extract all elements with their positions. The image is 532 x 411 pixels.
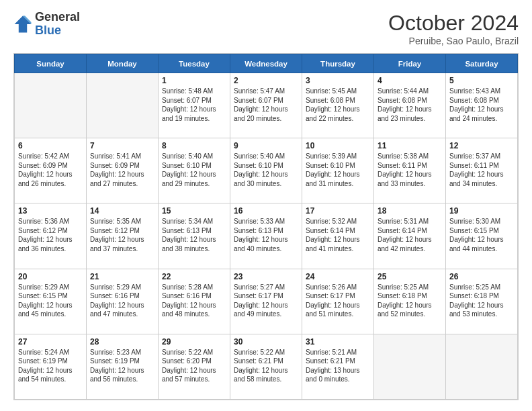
cal-cell: 13Sunrise: 5:36 AMSunset: 6:12 PMDayligh… [15, 203, 87, 269]
date-number: 9 [234, 141, 298, 150]
date-number: 24 [306, 272, 370, 281]
cell-info: Sunrise: 5:23 AMSunset: 6:19 PMDaylight:… [90, 348, 154, 384]
date-number: 20 [18, 272, 83, 281]
header: General Blue October 2024 Peruibe, Sao P… [13, 11, 519, 46]
cal-cell: 21Sunrise: 5:29 AMSunset: 6:16 PMDayligh… [87, 269, 159, 334]
month-title: October 2024 [388, 11, 519, 36]
cal-cell: 10Sunrise: 5:39 AMSunset: 6:10 PMDayligh… [302, 138, 374, 203]
date-number: 15 [162, 206, 226, 216]
week-row-1: 1Sunrise: 5:48 AMSunset: 6:07 PMDaylight… [15, 73, 518, 138]
cell-info: Sunrise: 5:26 AMSunset: 6:17 PMDaylight:… [306, 283, 370, 319]
cell-info: Sunrise: 5:45 AMSunset: 6:08 PMDaylight:… [306, 87, 370, 123]
date-number: 4 [378, 76, 442, 85]
cal-cell: 12Sunrise: 5:37 AMSunset: 6:11 PMDayligh… [446, 138, 518, 203]
title-block: October 2024 Peruibe, Sao Paulo, Brazil [388, 11, 519, 46]
cal-cell: 18Sunrise: 5:31 AMSunset: 6:14 PMDayligh… [374, 203, 446, 269]
cal-cell: 23Sunrise: 5:27 AMSunset: 6:17 PMDayligh… [230, 269, 302, 334]
cal-cell: 29Sunrise: 5:22 AMSunset: 6:20 PMDayligh… [159, 334, 230, 399]
cell-info: Sunrise: 5:41 AMSunset: 6:09 PMDaylight:… [90, 152, 154, 188]
cal-cell: 31Sunrise: 5:21 AMSunset: 6:21 PMDayligh… [302, 334, 374, 399]
cal-cell: 20Sunrise: 5:29 AMSunset: 6:15 PMDayligh… [15, 269, 87, 334]
day-header-wednesday: Wednesday [230, 54, 302, 73]
day-header-sunday: Sunday [15, 54, 87, 73]
cell-info: Sunrise: 5:27 AMSunset: 6:17 PMDaylight:… [234, 283, 298, 319]
cal-cell: 1Sunrise: 5:48 AMSunset: 6:07 PMDaylight… [159, 73, 230, 138]
cell-info: Sunrise: 5:40 AMSunset: 6:10 PMDaylight:… [234, 152, 298, 188]
cell-info: Sunrise: 5:24 AMSunset: 6:19 PMDaylight:… [18, 348, 83, 384]
page: General Blue October 2024 Peruibe, Sao P… [0, 0, 532, 411]
logo: General Blue [13, 11, 80, 38]
cell-info: Sunrise: 5:48 AMSunset: 6:07 PMDaylight:… [162, 87, 226, 123]
calendar-table: SundayMondayTuesdayWednesdayThursdayFrid… [14, 54, 518, 400]
cell-info: Sunrise: 5:29 AMSunset: 6:16 PMDaylight:… [90, 283, 154, 319]
cal-cell [87, 73, 159, 138]
day-header-thursday: Thursday [302, 54, 374, 73]
date-number: 23 [234, 272, 298, 281]
cal-cell: 28Sunrise: 5:23 AMSunset: 6:19 PMDayligh… [87, 334, 159, 399]
cal-cell: 8Sunrise: 5:40 AMSunset: 6:10 PMDaylight… [159, 138, 230, 203]
cell-info: Sunrise: 5:35 AMSunset: 6:12 PMDaylight:… [90, 217, 154, 253]
cal-cell: 24Sunrise: 5:26 AMSunset: 6:17 PMDayligh… [302, 269, 374, 334]
cell-info: Sunrise: 5:39 AMSunset: 6:10 PMDaylight:… [306, 152, 370, 188]
logo-text: General Blue [35, 11, 80, 38]
calendar-header: SundayMondayTuesdayWednesdayThursdayFrid… [15, 54, 518, 73]
cell-info: Sunrise: 5:37 AMSunset: 6:11 PMDaylight:… [449, 152, 514, 188]
logo-blue-text: Blue [35, 24, 61, 37]
cell-info: Sunrise: 5:25 AMSunset: 6:18 PMDaylight:… [378, 283, 442, 319]
cell-info: Sunrise: 5:33 AMSunset: 6:13 PMDaylight:… [234, 217, 298, 253]
week-row-5: 27Sunrise: 5:24 AMSunset: 6:19 PMDayligh… [15, 334, 518, 399]
date-number: 12 [449, 141, 514, 150]
day-header-monday: Monday [87, 54, 159, 73]
cal-cell: 4Sunrise: 5:44 AMSunset: 6:08 PMDaylight… [374, 73, 446, 138]
cal-cell: 14Sunrise: 5:35 AMSunset: 6:12 PMDayligh… [87, 203, 159, 269]
week-row-2: 6Sunrise: 5:42 AMSunset: 6:09 PMDaylight… [15, 138, 518, 203]
date-number: 11 [378, 141, 442, 150]
date-number: 3 [306, 76, 370, 85]
cal-cell: 5Sunrise: 5:43 AMSunset: 6:08 PMDaylight… [446, 73, 518, 138]
date-number: 16 [234, 206, 298, 216]
cal-cell: 26Sunrise: 5:25 AMSunset: 6:18 PMDayligh… [446, 269, 518, 334]
date-number: 26 [449, 272, 514, 281]
cell-info: Sunrise: 5:40 AMSunset: 6:10 PMDaylight:… [162, 152, 226, 188]
calendar-body: 1Sunrise: 5:48 AMSunset: 6:07 PMDaylight… [15, 73, 518, 400]
date-number: 25 [378, 272, 442, 281]
week-row-4: 20Sunrise: 5:29 AMSunset: 6:15 PMDayligh… [15, 269, 518, 334]
date-number: 7 [90, 141, 154, 150]
calendar: SundayMondayTuesdayWednesdayThursdayFrid… [13, 53, 519, 400]
logo-general-text: General [35, 10, 80, 24]
cell-info: Sunrise: 5:34 AMSunset: 6:13 PMDaylight:… [162, 217, 226, 253]
date-number: 30 [234, 337, 298, 347]
date-number: 10 [306, 141, 370, 150]
cal-cell: 15Sunrise: 5:34 AMSunset: 6:13 PMDayligh… [159, 203, 230, 269]
cal-cell: 2Sunrise: 5:47 AMSunset: 6:07 PMDaylight… [230, 73, 302, 138]
date-number: 8 [162, 141, 226, 150]
date-number: 14 [90, 206, 154, 216]
day-header-tuesday: Tuesday [159, 54, 230, 73]
cal-cell: 30Sunrise: 5:22 AMSunset: 6:21 PMDayligh… [230, 334, 302, 399]
date-number: 6 [18, 141, 83, 150]
location-subtitle: Peruibe, Sao Paulo, Brazil [388, 36, 519, 46]
cal-cell: 3Sunrise: 5:45 AMSunset: 6:08 PMDaylight… [302, 73, 374, 138]
cell-info: Sunrise: 5:47 AMSunset: 6:07 PMDaylight:… [234, 87, 298, 123]
svg-marker-0 [15, 15, 32, 32]
cal-cell: 27Sunrise: 5:24 AMSunset: 6:19 PMDayligh… [15, 334, 87, 399]
day-header-friday: Friday [374, 54, 446, 73]
cell-info: Sunrise: 5:44 AMSunset: 6:08 PMDaylight:… [378, 87, 442, 123]
logo-icon [13, 15, 32, 34]
date-number: 18 [378, 206, 442, 216]
date-number: 17 [306, 206, 370, 216]
cell-info: Sunrise: 5:32 AMSunset: 6:14 PMDaylight:… [306, 217, 370, 253]
cell-info: Sunrise: 5:42 AMSunset: 6:09 PMDaylight:… [18, 152, 83, 188]
date-number: 1 [162, 76, 226, 85]
cell-info: Sunrise: 5:25 AMSunset: 6:18 PMDaylight:… [449, 283, 514, 319]
cell-info: Sunrise: 5:22 AMSunset: 6:21 PMDaylight:… [234, 348, 298, 384]
cal-cell: 6Sunrise: 5:42 AMSunset: 6:09 PMDaylight… [15, 138, 87, 203]
cal-cell [374, 334, 446, 399]
date-number: 31 [306, 337, 370, 347]
cell-info: Sunrise: 5:28 AMSunset: 6:16 PMDaylight:… [162, 283, 226, 319]
cal-cell: 25Sunrise: 5:25 AMSunset: 6:18 PMDayligh… [374, 269, 446, 334]
cell-info: Sunrise: 5:30 AMSunset: 6:15 PMDaylight:… [449, 217, 514, 253]
cell-info: Sunrise: 5:36 AMSunset: 6:12 PMDaylight:… [18, 217, 83, 253]
date-number: 2 [234, 76, 298, 85]
date-number: 19 [449, 206, 514, 216]
